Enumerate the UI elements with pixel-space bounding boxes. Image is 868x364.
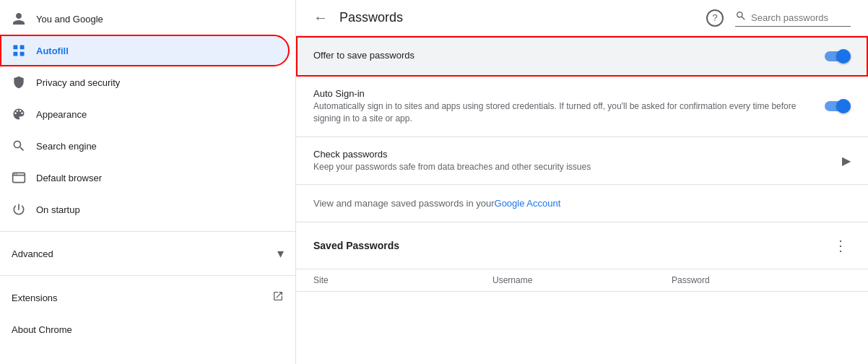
- offer-save-text: Offer to save passwords: [313, 50, 813, 62]
- google-account-text: View and manage saved passwords in your: [313, 198, 495, 209]
- table-header: Site Username Password: [296, 269, 868, 292]
- sidebar-item-label-privacy-security: Privacy and security: [36, 77, 120, 88]
- sidebar-item-advanced[interactable]: Advanced ▾: [0, 238, 295, 269]
- auto-signin-description: Automatically sign in to sites and apps …: [313, 100, 804, 125]
- person-icon: [12, 12, 26, 26]
- saved-passwords-title: Saved Passwords: [313, 240, 830, 251]
- check-passwords-text: Check passwords Keep your passwords safe…: [313, 149, 830, 173]
- palette-icon: [12, 107, 26, 121]
- three-dots-menu[interactable]: ⋮: [830, 234, 851, 257]
- auto-signin-row: Auto Sign-in Automatically sign in to si…: [296, 77, 868, 137]
- search-input[interactable]: [751, 12, 845, 23]
- page-title: Passwords: [339, 10, 695, 25]
- check-passwords-title: Check passwords: [313, 149, 830, 160]
- svg-point-2: [14, 173, 15, 175]
- check-passwords-row[interactable]: Check passwords Keep your passwords safe…: [296, 137, 868, 186]
- sidebar-item-default-browser[interactable]: Default browser: [0, 162, 290, 194]
- saved-passwords-header: Saved Passwords ⋮: [296, 222, 868, 269]
- sidebar-item-appearance[interactable]: Appearance: [0, 98, 290, 130]
- shield-icon: [12, 75, 26, 90]
- sidebar-item-label-autofill: Autofill: [36, 46, 69, 56]
- about-chrome-label: About Chrome: [12, 324, 72, 335]
- sidebar-item-on-startup[interactable]: On startup: [0, 194, 290, 225]
- sidebar-item-label-search-engine: Search engine: [36, 141, 97, 152]
- sidebar-item-label-default-browser: Default browser: [36, 173, 102, 183]
- power-icon: [12, 202, 26, 217]
- toggle-thumb: [836, 49, 851, 64]
- main-content: ← Passwords ? Offer to save passwords Au…: [296, 0, 868, 364]
- grid-icon: [12, 43, 26, 58]
- sidebar-item-you-and-google[interactable]: You and Google: [0, 3, 290, 35]
- auto-signin-text: Auto Sign-in Automatically sign in to si…: [313, 88, 813, 125]
- help-button[interactable]: ?: [706, 9, 724, 27]
- sidebar-item-extensions[interactable]: Extensions: [0, 282, 295, 313]
- auto-signin-toggle[interactable]: [825, 99, 851, 113]
- google-account-link[interactable]: Google Account: [495, 198, 561, 209]
- back-button[interactable]: ←: [313, 9, 328, 26]
- search-icon: [12, 139, 26, 153]
- offer-save-passwords-row: Offer to save passwords: [296, 36, 868, 77]
- settings-content: Offer to save passwords Auto Sign-in Aut…: [296, 36, 868, 292]
- browser-icon: [12, 170, 26, 185]
- offer-save-title: Offer to save passwords: [313, 50, 813, 61]
- sidebar-item-label-on-startup: On startup: [36, 204, 80, 215]
- offer-save-toggle[interactable]: [825, 49, 851, 64]
- chevron-down-icon: ▾: [277, 246, 284, 261]
- advanced-label: Advanced: [12, 248, 272, 259]
- sidebar-divider-2: [0, 275, 295, 276]
- google-account-link-row: View and manage saved passwords in your …: [296, 185, 868, 222]
- extensions-label: Extensions: [12, 292, 58, 303]
- toggle-thumb-auto: [836, 99, 851, 113]
- column-site: Site: [313, 275, 492, 285]
- search-icon: [735, 10, 747, 25]
- sidebar-item-label-you-and-google: You and Google: [36, 14, 103, 25]
- sidebar-divider: [0, 231, 295, 232]
- page-header: ← Passwords ?: [296, 0, 868, 36]
- column-password: Password: [672, 275, 851, 285]
- check-passwords-description: Keep your passwords safe from data breac…: [313, 161, 804, 173]
- sidebar: You and Google Autofill Privacy and secu…: [0, 0, 296, 364]
- chevron-right-icon: ▶: [842, 154, 851, 168]
- column-username: Username: [492, 275, 672, 285]
- sidebar-item-autofill[interactable]: Autofill: [0, 35, 290, 66]
- svg-point-3: [16, 173, 17, 175]
- external-link-icon: [272, 290, 284, 305]
- auto-signin-title: Auto Sign-in: [313, 88, 813, 99]
- search-box: [735, 9, 851, 27]
- sidebar-item-label-appearance: Appearance: [36, 109, 87, 120]
- sidebar-item-search-engine[interactable]: Search engine: [0, 130, 290, 162]
- sidebar-item-privacy-security[interactable]: Privacy and security: [0, 66, 290, 98]
- sidebar-item-about-chrome[interactable]: About Chrome: [0, 313, 295, 345]
